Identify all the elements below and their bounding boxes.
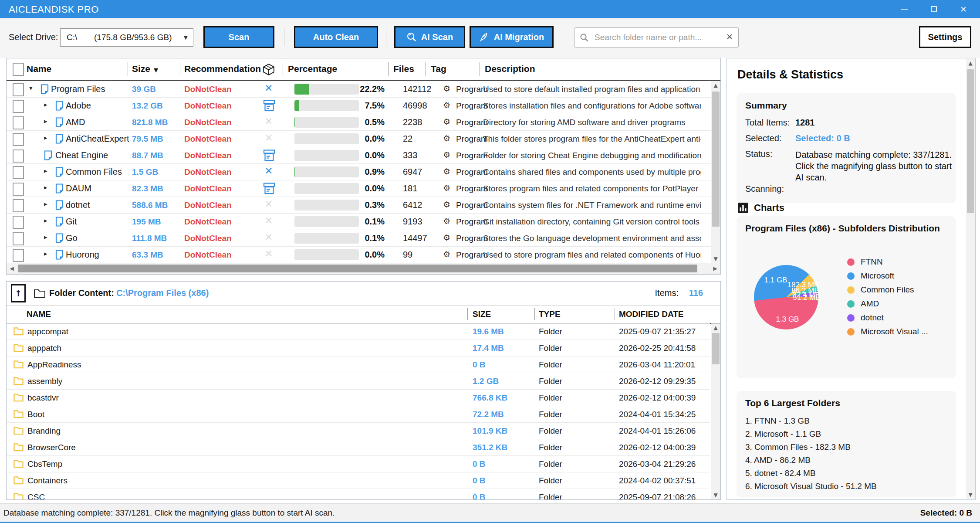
scrollbar-thumb[interactable]	[712, 333, 720, 364]
list-item[interactable]: AppReadiness 0 B Folder 2026-03-04 11:20…	[7, 357, 710, 373]
expand-icon[interactable]: ▸	[44, 217, 47, 224]
scroll-down-icon[interactable]: ▼	[713, 256, 717, 262]
table-row[interactable]: ▸ Huorong 63.3 MB DoNotClean ✕ 0.0% 99 ⚙…	[7, 247, 711, 263]
auto-clean-button[interactable]: Auto Clean	[294, 26, 378, 48]
list-item[interactable]: bcastdvr 766.8 KB Folder 2026-02-12 04:0…	[7, 390, 710, 406]
expand-icon[interactable]: ▸	[44, 200, 47, 208]
search-input[interactable]	[594, 31, 717, 44]
settings-button[interactable]: Settings	[919, 26, 971, 48]
list-item[interactable]: BrowserCore 351.2 KB Folder 2026-02-12 0…	[7, 439, 710, 456]
vertical-scrollbar[interactable]: ▲ ▼	[966, 59, 975, 499]
column-header-type[interactable]: TYPE	[539, 309, 561, 319]
scroll-left-icon[interactable]: ◀	[10, 265, 14, 272]
column-header-size[interactable]: SIZE	[473, 309, 491, 319]
folder-doc-icon	[55, 217, 64, 227]
table-row[interactable]: ▸ DAUM 82.3 MB DoNotClean 0.0% 181 ⚙ Pro…	[7, 180, 711, 197]
expand-icon[interactable]: ▸	[44, 134, 47, 142]
list-item[interactable]: apppatch 17.4 MB Folder 2026-02-25 20:41…	[7, 340, 710, 357]
scroll-down-icon[interactable]: ▼	[968, 492, 972, 498]
table-row[interactable]: ▸ Adobe 13.2 GB DoNotClean 7.5% 46998 ⚙ …	[7, 98, 711, 114]
expand-icon[interactable]: ▸	[44, 233, 47, 241]
maximize-button[interactable]	[919, 0, 949, 18]
table-row[interactable]: ▸ Go 111.8 MB DoNotClean ✕ 0.1% 14497 ⚙ …	[7, 230, 711, 247]
table-row[interactable]: ▸ Common Files 1.5 GB DoNotClean ✕ 0.9% …	[7, 164, 711, 180]
top6-title: Top 6 Largest Folders	[745, 398, 840, 408]
scrollbar-thumb[interactable]	[967, 69, 974, 213]
no-clean-icon[interactable]: ✕	[263, 231, 275, 243]
list-item[interactable]: appcompat 19.6 MB Folder 2025-09-07 21:3…	[7, 323, 710, 340]
row-checkbox[interactable]	[13, 149, 24, 163]
row-checkbox[interactable]	[13, 116, 24, 129]
row-checkbox[interactable]	[13, 83, 24, 96]
ai-migration-button[interactable]: AI Migration	[470, 26, 554, 48]
table-row[interactable]: ▸ AntiCheatExpert 79.5 MB DoNotClean ✕ 0…	[7, 131, 711, 147]
archive-action-icon[interactable]	[263, 100, 275, 112]
list-item[interactable]: CSC 0 B Folder 2025-09-07 21:08:26	[7, 489, 710, 499]
column-header-recommendation[interactable]: Recommendation	[184, 64, 261, 74]
no-clean-icon[interactable]: ✕	[263, 165, 275, 177]
select-all-checkbox[interactable]	[13, 63, 24, 76]
expand-icon[interactable]: ▸	[44, 250, 47, 258]
scan-button[interactable]: Scan	[203, 26, 274, 48]
row-checkbox[interactable]	[13, 232, 24, 245]
list-item[interactable]: Containers 0 B Folder 2024-04-02 00:37:5…	[7, 472, 710, 489]
scrollbar-thumb[interactable]	[712, 92, 720, 227]
go-up-button[interactable]: ↑	[11, 284, 26, 302]
row-checkbox[interactable]	[13, 183, 24, 196]
search-clear-icon[interactable]: ✕	[726, 32, 733, 41]
row-checkbox[interactable]	[13, 133, 24, 146]
column-header-modified-date[interactable]: MODIFIED DATE	[619, 309, 683, 319]
table-row[interactable]: ▾ Program Files 39 GB DoNotClean ✕ 22.2%…	[7, 81, 711, 98]
table-row[interactable]: ▸ dotnet 588.6 MB DoNotClean ✕ 0.3% 6412…	[7, 197, 711, 214]
expand-icon[interactable]: ▸	[44, 117, 47, 125]
selected-value: Selected: 0 B	[795, 133, 850, 143]
folder-content-path[interactable]: C:\Program Files (x86)	[116, 288, 209, 298]
column-header-percentage[interactable]: Percentage	[288, 64, 337, 74]
scroll-up-icon[interactable]: ▲	[968, 60, 972, 66]
row-checkbox[interactable]	[13, 249, 24, 262]
column-header-tag[interactable]: Tag	[431, 64, 446, 74]
list-item[interactable]: CbsTemp 0 B Folder 2026-03-04 21:29:26	[7, 456, 710, 472]
column-header-name[interactable]: NAME	[27, 309, 51, 319]
table-row[interactable]: ▸ Git 195 MB DoNotClean ✕ 0.1% 9193 ⚙ Pr…	[7, 214, 711, 230]
column-header-description[interactable]: Description	[485, 64, 535, 74]
row-checkbox[interactable]	[13, 199, 24, 212]
vertical-scrollbar[interactable]: ▲ ▼	[711, 323, 720, 499]
no-clean-icon[interactable]: ✕	[263, 198, 275, 210]
expand-icon[interactable]: ▸	[44, 167, 47, 175]
minimize-button[interactable]	[889, 0, 919, 18]
no-clean-icon[interactable]: ✕	[263, 82, 275, 94]
column-header-files[interactable]: Files	[393, 64, 414, 74]
scroll-down-icon[interactable]: ▼	[713, 492, 717, 498]
folder-content-rows: appcompat 19.6 MB Folder 2025-09-07 21:3…	[7, 323, 710, 499]
expand-icon[interactable]: ▾	[29, 84, 33, 92]
ai-scan-button[interactable]: AI Scan	[394, 26, 465, 48]
scroll-up-icon[interactable]: ▲	[713, 325, 717, 331]
list-item[interactable]: assembly 1.2 GB Folder 2026-02-12 09:29:…	[7, 373, 710, 390]
scroll-up-icon[interactable]: ▲	[713, 82, 717, 88]
row-checkbox[interactable]	[13, 100, 24, 113]
horizontal-scrollbar[interactable]: ◀ ▶	[7, 263, 720, 274]
expand-icon[interactable]: ▸	[44, 183, 47, 191]
close-button[interactable]: ✕	[949, 0, 978, 18]
no-clean-icon[interactable]: ✕	[263, 248, 275, 259]
no-clean-icon[interactable]: ✕	[263, 215, 275, 226]
vertical-scrollbar[interactable]: ▲ ▼	[711, 81, 720, 263]
table-row[interactable]: ▸ AMD 821.8 MB DoNotClean ✕ 0.5% 2238 ⚙ …	[7, 114, 711, 131]
recommendation-label: DoNotClean	[184, 101, 232, 111]
column-header-name[interactable]: Name	[27, 64, 51, 74]
drive-select-dropdown[interactable]: C:\ (175.8 GB/953.6 GB) ▼	[60, 28, 193, 47]
archive-action-icon[interactable]	[263, 183, 275, 194]
list-item[interactable]: Boot 72.2 MB Folder 2024-04-01 15:34:25	[7, 406, 710, 423]
row-checkbox[interactable]	[13, 166, 24, 179]
row-checkbox[interactable]	[13, 216, 24, 229]
archive-action-icon[interactable]	[263, 149, 275, 161]
scroll-right-icon[interactable]: ▶	[713, 265, 717, 272]
no-clean-icon[interactable]: ✕	[263, 115, 275, 127]
list-item[interactable]: Branding 101.9 KB Folder 2024-04-01 15:2…	[7, 423, 710, 439]
scrollbar-thumb[interactable]	[18, 265, 697, 272]
table-row[interactable]: Cheat Engine 88.7 MB DoNotClean 0.0% 333…	[7, 147, 711, 164]
no-clean-icon[interactable]: ✕	[263, 132, 275, 143]
expand-icon[interactable]: ▸	[44, 101, 47, 109]
column-header-size[interactable]: Size▼	[132, 64, 158, 74]
